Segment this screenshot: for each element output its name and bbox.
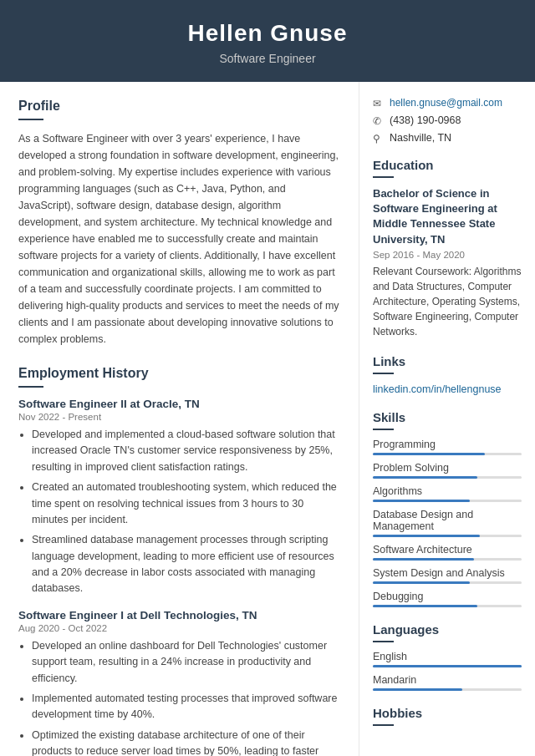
skill-name-2: Algorithms [373,485,522,497]
skill-bar-bg-3 [373,535,522,537]
profile-title: Profile [18,99,342,114]
skill-bar-bg-0 [373,453,522,455]
skill-bar-fill-2 [373,500,470,502]
skills-list: Programming Problem Solving Algorithms D… [373,439,522,607]
links-section: Links linkedin.com/in/hellengnuse [373,354,522,395]
lang-name-1: Mandarin [373,674,522,686]
phone-icon: ✆ [373,115,385,127]
education-section: Education Bachelor of Science in Softwar… [373,158,522,339]
education-title: Education [373,158,522,172]
lang-bar-fill-1 [373,688,462,691]
skill-item-4: Software Architecture [373,544,522,561]
location-text: Nashville, TN [390,132,451,144]
resume-header: Hellen Gnuse Software Engineer [0,0,535,82]
phone-text: (438) 190-0968 [390,114,461,126]
lang-name-0: English [373,651,522,662]
lang-bar-bg-0 [373,665,522,667]
skill-name-0: Programming [373,439,522,450]
job-bullets-1: Developed and implemented a cloud-based … [18,427,342,597]
bullet-2-2: Implemented automated testing processes … [32,691,342,723]
skill-item-2: Algorithms [373,485,522,502]
bullet-1-3: Streamlined database management processe… [32,532,342,597]
lang-item-0: English [373,651,522,667]
employment-title: Employment History [18,366,342,381]
skill-bar-bg-1 [373,476,522,479]
candidate-title: Software Engineer [17,52,518,65]
hobbies-section: Hobbies [373,706,522,726]
email-link[interactable]: hellen.gnuse@gmail.com [390,97,502,109]
job-entry-2: Software Engineer I at Dell Technologies… [18,609,342,756]
skill-bar-fill-6 [373,605,477,607]
skill-name-4: Software Architecture [373,544,522,556]
education-divider [373,176,394,178]
employment-section: Employment History Software Engineer II … [18,366,342,756]
skill-name-5: System Design and Analysis [373,567,522,579]
lang-bar-bg-1 [373,688,522,691]
location-icon: ⚲ [373,133,385,145]
hobbies-divider [373,724,394,726]
skill-name-6: Debugging [373,591,522,602]
email-icon: ✉ [373,98,385,109]
employment-divider [18,386,43,388]
profile-divider [18,119,43,120]
left-column: Profile As a Software Engineer with over… [0,82,359,756]
skill-bar-bg-4 [373,558,522,561]
bullet-2-1: Developed an online dashboard for Dell T… [32,638,342,687]
linkedin-link[interactable]: linkedin.com/in/hellengnuse [373,383,502,395]
profile-text: As a Software Engineer with over 3 years… [18,130,342,348]
skill-item-1: Problem Solving [373,462,522,479]
candidate-name: Hellen Gnuse [17,20,518,47]
languages-title: Languages [373,622,522,637]
job-title-2: Software Engineer I at Dell Technologies… [18,609,342,622]
skill-bar-bg-2 [373,500,522,502]
skills-title: Skills [373,410,522,424]
skills-section: Skills Programming Problem Solving Algor… [373,410,522,607]
skill-bar-bg-5 [373,581,522,584]
skill-bar-fill-1 [373,476,477,479]
job-dates-2: Aug 2020 - Oct 2022 [18,623,342,633]
skill-item-3: Database Design and Management [373,509,522,537]
skills-divider [373,429,394,430]
lang-bar-fill-0 [373,665,522,667]
job-entry-1: Software Engineer II at Oracle, TN Nov 2… [18,398,342,597]
skill-bar-fill-5 [373,581,470,584]
skill-bar-fill-4 [373,558,474,561]
main-layout: Profile As a Software Engineer with over… [0,82,535,756]
bullet-1-2: Created an automated troubleshooting sys… [32,479,342,528]
contact-section: ✉ hellen.gnuse@gmail.com ✆ (438) 190-096… [373,97,522,145]
edu-dates: Sep 2016 - May 2020 [373,250,522,260]
skill-item-6: Debugging [373,591,522,607]
languages-list: English Mandarin [373,651,522,691]
lang-item-1: Mandarin [373,674,522,691]
contact-phone: ✆ (438) 190-0968 [373,114,522,127]
job-dates-1: Nov 2022 - Present [18,412,342,422]
skill-item-0: Programming [373,439,522,455]
languages-section: Languages English Mandarin [373,622,522,691]
bullet-2-3: Optimized the existing database architec… [32,728,342,756]
job-bullets-2: Developed an online dashboard for Dell T… [18,638,342,756]
skill-bar-fill-3 [373,535,480,537]
right-column: ✉ hellen.gnuse@gmail.com ✆ (438) 190-096… [359,82,535,756]
skill-bar-fill-0 [373,453,485,455]
hobbies-title: Hobbies [373,706,522,720]
links-divider [373,373,394,374]
skill-name-1: Problem Solving [373,462,522,474]
edu-degree: Bachelor of Science in Software Engineer… [373,186,522,247]
contact-location: ⚲ Nashville, TN [373,132,522,145]
links-title: Links [373,354,522,368]
profile-section: Profile As a Software Engineer with over… [18,99,342,348]
contact-email: ✉ hellen.gnuse@gmail.com [373,97,522,109]
skill-item-5: System Design and Analysis [373,567,522,584]
bullet-1-1: Developed and implemented a cloud-based … [32,427,342,475]
skill-bar-bg-6 [373,605,522,607]
languages-divider [373,641,394,642]
skill-name-3: Database Design and Management [373,509,522,532]
edu-coursework: Relevant Coursework: Algorithms and Data… [373,264,522,339]
job-title-1: Software Engineer II at Oracle, TN [18,398,342,410]
